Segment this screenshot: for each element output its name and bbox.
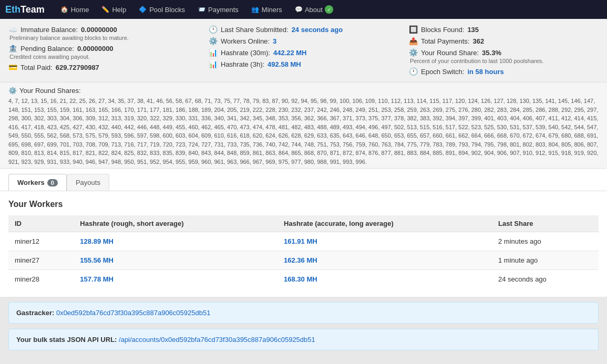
nav-home[interactable]: 🏠 Home <box>55 2 95 17</box>
workers-online-label: Workers Online: <box>221 37 270 45</box>
workers-badge: 0 <box>47 179 58 186</box>
round-share-sub: Percent of your contribution to last 100… <box>410 58 599 64</box>
total-paid-value: 629.72790987 <box>56 64 99 71</box>
send-icon: 📤 <box>409 37 418 45</box>
stats-grid: ☁️ Immature Balance: 0.00000000 Prelimin… <box>8 25 599 76</box>
gear-icon: ⚙️ <box>209 37 218 45</box>
immature-sub: Preliminary balance awaiting blocks to m… <box>9 35 198 41</box>
brand-logo[interactable]: EthTeam <box>5 4 45 15</box>
pool-icon: 🔷 <box>139 6 147 13</box>
table-row: miner27 155.56 MH 162.36 MH 1 minute ago <box>8 251 599 270</box>
stats-col-2: 🕐 Last Share Submitted: 24 seconds ago ⚙… <box>209 25 398 76</box>
immature-value: 0.00000000 <box>81 26 117 34</box>
round-share-value: 35.3% <box>482 49 501 57</box>
immature-balance-row: ☁️ Immature Balance: 0.00000000 Prelimin… <box>8 25 198 41</box>
card-icon: 💳 <box>8 63 17 71</box>
epoch-row: 🕐 Epoch Switch: in 58 hours <box>409 67 599 76</box>
total-payments-value: 362 <box>473 37 485 45</box>
rough-hash-1: 128.89 MH <box>74 232 277 251</box>
round-icon: ⚙️ <box>409 48 418 57</box>
workers-online-value: 3 <box>273 37 276 45</box>
rough-hash-2: 155.56 MH <box>74 251 277 270</box>
pending-label: Pending Balance: <box>20 45 74 53</box>
miner-id-2: miner27 <box>8 251 74 270</box>
accurate-hash-1: 161.91 MH <box>277 232 492 251</box>
bank-icon: 🏦 <box>8 44 17 53</box>
total-payments-label: Total Payments: <box>421 37 470 45</box>
pending-balance-row: 🏦 Pending Balance: 0.00000000 Credited c… <box>8 44 198 60</box>
tabs-bar: Workers 0 Payouts <box>0 169 607 191</box>
round-shares-title: ⚙️ Your Round Shares: <box>8 87 599 95</box>
hashrate-3h-value: 492.58 MH <box>268 60 301 68</box>
table-row: miner28 157.78 MH 168.30 MH 24 seconds a… <box>8 270 599 289</box>
last-share-1: 2 minutes ago <box>492 232 599 251</box>
nav-pool-blocks[interactable]: 🔷 Pool Blocks <box>133 2 190 17</box>
last-share-3: 24 seconds ago <box>492 270 599 289</box>
payments-icon: 📨 <box>198 6 205 13</box>
nav-about[interactable]: 💬 About ✓ <box>290 2 338 17</box>
accurate-hash-3: 168.30 MH <box>277 270 492 289</box>
last-share-value: 24 seconds ago <box>292 26 343 34</box>
col-rough: Hashrate (rough, short average) <box>74 215 277 232</box>
blocks-found-row: 🔲 Blocks Found: 135 <box>409 25 599 34</box>
col-last-share: Last Share <box>492 215 599 232</box>
nav-payments[interactable]: 📨 Payments <box>192 2 244 17</box>
clock-icon: 🕐 <box>209 25 218 34</box>
nav-help[interactable]: ✏️ Help <box>96 2 131 17</box>
workers-table-header: ID Hashrate (rough, short average) Hashr… <box>8 215 599 232</box>
miners-icon: 👥 <box>251 6 259 13</box>
workers-section: Your Workers ID Hashrate (rough, short a… <box>0 191 607 297</box>
brand-team: Team <box>20 4 45 15</box>
miner-id-3: miner28 <box>8 270 74 289</box>
blocks-icon: 🔲 <box>409 25 418 34</box>
shares-text: 4, 7, 12, 13, 15, 16, 21, 22, 25, 26, 27… <box>8 97 599 166</box>
pending-sub: Credited coins awaiting payout. <box>9 54 198 60</box>
accurate-hash-2: 162.36 MH <box>277 251 492 270</box>
gastracker-box: Gastracker: 0x0ed592bfa76cd73f30a395c887… <box>8 302 599 324</box>
bulk-api-label: Your bulk stats JSON API URL: <box>16 336 117 344</box>
hashrate-30m-value: 442.22 MH <box>273 49 307 57</box>
round-shares-gear-icon: ⚙️ <box>8 87 17 95</box>
round-share-row: ⚙️ Your Round Share: 35.3% Percent of yo… <box>409 48 599 64</box>
gastracker-value: 0x0ed592bfa76cd73f30a395c887a906c05925db… <box>56 309 211 317</box>
cloud-icon: ☁️ <box>8 25 17 34</box>
hashrate-3h-row: 📊 Hashrate (3h): 492.58 MH <box>209 60 398 68</box>
hash-icon-1: 📊 <box>209 48 218 57</box>
total-paid-label: Total Paid: <box>20 64 53 71</box>
last-share-label: Last Share Submitted: <box>221 26 289 34</box>
workers-online-row: ⚙️ Workers Online: 3 <box>209 37 398 45</box>
col-id: ID <box>8 215 74 232</box>
round-share-label: Your Round Share: <box>421 49 479 57</box>
last-share-2: 1 minute ago <box>492 251 599 270</box>
epoch-label: Epoch Switch: <box>421 68 464 76</box>
brand-eth: Eth <box>5 4 20 15</box>
chat-icon: 💬 <box>295 6 303 13</box>
edit-icon: ✏️ <box>101 6 109 13</box>
epoch-value: in 58 hours <box>467 68 503 76</box>
round-shares-section: ⚙️ Your Round Shares: 4, 7, 12, 13, 15, … <box>0 82 607 169</box>
last-share-row: 🕐 Last Share Submitted: 24 seconds ago <box>209 25 398 34</box>
pending-value: 0.00000000 <box>77 45 114 53</box>
navigation: EthTeam 🏠 Home ✏️ Help 🔷 Pool Blocks 📨 P… <box>0 0 607 19</box>
nav-links: 🏠 Home ✏️ Help 🔷 Pool Blocks 📨 Payments … <box>55 2 338 17</box>
verified-badge: ✓ <box>325 5 333 14</box>
tab-payouts[interactable]: Payouts <box>67 174 109 191</box>
hashrate-30m-label: Hashrate (30m): <box>221 49 270 57</box>
hashrate-3h-label: Hashrate (3h): <box>221 60 264 68</box>
nav-miners[interactable]: 👥 Miners <box>246 2 287 17</box>
miner-id-1: miner12 <box>8 232 74 251</box>
home-icon: 🏠 <box>60 6 68 13</box>
rough-hash-3: 157.78 MH <box>74 270 277 289</box>
stats-col-3: 🔲 Blocks Found: 135 📤 Total Payments: 36… <box>409 25 599 76</box>
workers-heading: Your Workers <box>8 200 599 209</box>
immature-label: Immature Balance: <box>20 26 78 34</box>
gastracker-label: Gastracker: <box>16 309 54 317</box>
table-row: miner12 128.89 MH 161.91 MH 2 minutes ag… <box>8 232 599 251</box>
workers-table: ID Hashrate (rough, short average) Hashr… <box>8 215 599 288</box>
hashrate-30m-row: 📊 Hashrate (30m): 442.22 MH <box>209 48 398 57</box>
tab-workers[interactable]: Workers 0 <box>8 174 67 191</box>
bulk-api-box: Your bulk stats JSON API URL: /api/accou… <box>8 329 599 350</box>
col-accurate: Hashrate (accurate, long average) <box>277 215 492 232</box>
hash-icon-2: 📊 <box>209 60 218 68</box>
stats-col-1: ☁️ Immature Balance: 0.00000000 Prelimin… <box>8 25 198 76</box>
